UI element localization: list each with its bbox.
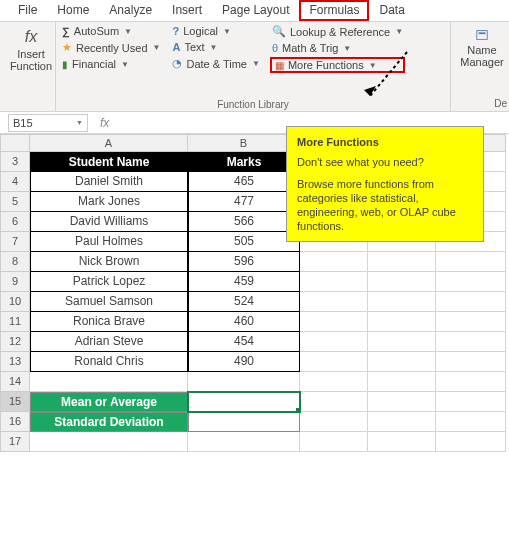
cell[interactable] [436,292,506,312]
cell[interactable] [436,312,506,332]
cell[interactable] [436,412,506,432]
logical-button[interactable]: ?Logical▼ [170,24,261,38]
row-header[interactable]: 8 [0,252,30,272]
row-header[interactable]: 14 [0,372,30,392]
cell[interactable] [368,372,436,392]
cell[interactable]: 490 [188,352,300,372]
cell[interactable] [436,432,506,452]
sigma-icon: ∑ [62,25,70,37]
row-header[interactable]: 15 [0,392,30,412]
row-header[interactable]: 16 [0,412,30,432]
cell[interactable]: 596 [188,252,300,272]
cell[interactable] [436,392,506,412]
financial-button[interactable]: ▮Financial▼ [60,57,162,71]
cell[interactable] [300,272,368,292]
cell[interactable] [300,312,368,332]
cell[interactable]: Standard Deviation [30,412,188,432]
row-header[interactable]: 11 [0,312,30,332]
autosum-button[interactable]: ∑AutoSum▼ [60,24,162,38]
cell[interactable]: 460 [188,312,300,332]
cell[interactable] [368,392,436,412]
cell[interactable] [300,252,368,272]
cell[interactable] [436,372,506,392]
cell[interactable] [436,352,506,372]
col-header-B[interactable]: B [188,134,300,152]
cell[interactable]: Ronald Chris [30,352,188,372]
cell[interactable]: Samuel Samson [30,292,188,312]
tab-formulas[interactable]: Formulas [299,0,369,21]
cell[interactable] [368,252,436,272]
cell[interactable]: Ronica Brave [30,312,188,332]
cell[interactable]: David Williams [30,212,188,232]
cell[interactable] [300,332,368,352]
cell[interactable]: Nick Brown [30,252,188,272]
row-header[interactable]: 12 [0,332,30,352]
more-functions-button[interactable]: ▦More Functions▼ [270,57,405,73]
cell[interactable] [368,412,436,432]
insert-function-button[interactable]: fx Insert Function [6,24,56,72]
lookup-button[interactable]: 🔍Lookup & Reference▼ [270,24,405,39]
cell[interactable] [300,292,368,312]
cell[interactable] [368,292,436,312]
cell[interactable] [30,372,188,392]
cell[interactable]: 505 [188,232,300,252]
cell[interactable] [368,312,436,332]
cell[interactable] [368,272,436,292]
row-header[interactable]: 4 [0,172,30,192]
cell[interactable] [188,432,300,452]
cell[interactable]: Mean or Average [30,392,188,412]
cell[interactable] [368,332,436,352]
cell[interactable] [436,332,506,352]
cell[interactable] [300,392,368,412]
row-header[interactable]: 13 [0,352,30,372]
row-header[interactable]: 6 [0,212,30,232]
datetime-button[interactable]: ◔Date & Time▼ [170,56,261,71]
cell[interactable]: Marks [188,152,300,172]
name-box[interactable]: B15 ▼ [8,114,88,132]
cell[interactable] [368,432,436,452]
name-manager-button[interactable]: Name Manager [457,24,507,68]
row-header[interactable]: 10 [0,292,30,312]
cell[interactable] [368,352,436,372]
cell[interactable] [436,252,506,272]
cell[interactable] [188,372,300,392]
tab-home[interactable]: Home [47,0,99,21]
cell[interactable]: Paul Holmes [30,232,188,252]
cell[interactable] [300,412,368,432]
cell[interactable]: 454 [188,332,300,352]
cell[interactable] [300,352,368,372]
tab-data[interactable]: Data [369,0,414,21]
cell[interactable] [436,272,506,292]
select-all-corner[interactable] [0,134,30,152]
cell[interactable]: 477 [188,192,300,212]
cell[interactable]: 524 [188,292,300,312]
fx-icon[interactable]: fx [96,116,113,130]
tab-analyze[interactable]: Analyze [99,0,162,21]
cell[interactable]: 465 [188,172,300,192]
mathtrig-button[interactable]: θMath & Trig▼ [270,41,405,55]
row-header[interactable]: 7 [0,232,30,252]
insert-function-label: Insert Function [10,48,52,72]
cell[interactable]: Daniel Smith [30,172,188,192]
row-header[interactable]: 5 [0,192,30,212]
cell[interactable] [30,432,188,452]
row-header[interactable]: 17 [0,432,30,452]
cell[interactable]: 459 [188,272,300,292]
cell[interactable]: 566 [188,212,300,232]
tab-pagelayout[interactable]: Page Layout [212,0,299,21]
cell[interactable]: Patrick Lopez [30,272,188,292]
text-button[interactable]: AText▼ [170,40,261,54]
cell[interactable]: Student Name [30,152,188,172]
cell[interactable]: Mark Jones [30,192,188,212]
cell[interactable] [300,432,368,452]
tab-file[interactable]: File [8,0,47,21]
col-header-A[interactable]: A [30,134,188,152]
row-header[interactable]: 3 [0,152,30,172]
row-header[interactable]: 9 [0,272,30,292]
tab-insert[interactable]: Insert [162,0,212,21]
recently-used-button[interactable]: ★Recently Used▼ [60,40,162,55]
cell[interactable]: Adrian Steve [30,332,188,352]
cell[interactable] [300,372,368,392]
cell-selected[interactable] [188,392,300,412]
cell[interactable] [188,412,300,432]
